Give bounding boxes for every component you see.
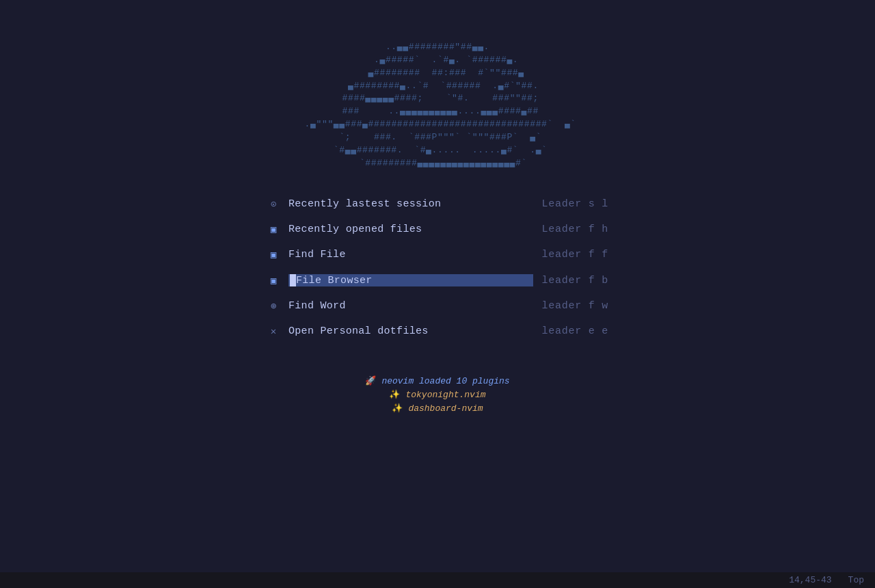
menu-keybind-recently-files: Leader f h	[541, 224, 608, 235]
menu-item-find-word[interactable]: ⊛ Find Word leader f w	[267, 293, 608, 319]
footer-section: 🚀 neovim loaded 10 plugins ✨ tokyonight.…	[365, 375, 509, 414]
word-icon: ⊛	[267, 300, 280, 312]
footer-theme-text: tokyonight.nvim	[405, 390, 485, 400]
menu-label-dotfiles: Open Personal dotfiles	[288, 325, 533, 337]
dot-icon: ✕	[267, 325, 280, 337]
menu-keybind-file-browser: leader f b	[541, 275, 608, 286]
menu-label-file-browser: File Browser	[288, 274, 533, 286]
folder-icon: ▣	[267, 275, 280, 286]
footer-theme-line: ✨ tokyonight.nvim	[389, 389, 485, 400]
menu-item-find-file[interactable]: ▣ Find File leader f f	[267, 242, 608, 267]
rocket-icon: 🚀	[365, 375, 376, 386]
footer-plugins-text: neovim loaded 10 plugins	[381, 376, 509, 386]
footer-dashboard-text: dashboard-nvim	[408, 403, 483, 414]
menu-keybind-dotfiles: leader e e	[541, 325, 608, 337]
menu-item-recently-session[interactable]: ⊙ Recently lastest session Leader s l	[267, 191, 608, 217]
file-icon-2: ▣	[267, 249, 280, 260]
clock-icon: ⊙	[267, 198, 280, 210]
menu-section: ⊙ Recently lastest session Leader s l ▣ …	[267, 191, 608, 344]
menu-keybind-find-file: leader f f	[541, 249, 608, 260]
menu-label-recently-files: Recently opened files	[288, 224, 533, 235]
footer-dashboard-line: ✨ dashboard-nvim	[392, 403, 483, 414]
menu-label-find-word: Find Word	[288, 300, 533, 312]
status-scroll: Top	[848, 575, 864, 585]
status-position: 14,45-43	[789, 575, 831, 585]
menu-label-find-file: Find File	[288, 249, 533, 260]
footer-plugins-line: 🚀 neovim loaded 10 plugins	[365, 375, 509, 386]
ascii-art-logo: ..▄▄########"##▄▄. .▄#####` .`#▄. `#####…	[299, 41, 576, 170]
menu-label-recently-session: Recently lastest session	[288, 198, 533, 210]
menu-keybind-recently-session: Leader s l	[541, 198, 608, 210]
cursor	[290, 274, 296, 286]
menu-item-file-browser[interactable]: ▣ File Browser leader f b	[267, 267, 608, 293]
menu-item-dotfiles[interactable]: ✕ Open Personal dotfiles leader e e	[267, 319, 608, 344]
sparkle-icon-2: ✨	[392, 403, 403, 414]
menu-item-recently-files[interactable]: ▣ Recently opened files Leader f h	[267, 217, 608, 242]
menu-keybind-find-word: leader f w	[541, 300, 608, 312]
main-content: ..▄▄########"##▄▄. .▄#####` .`#▄. `#####…	[0, 0, 875, 414]
sparkle-icon-1: ✨	[389, 389, 400, 400]
file-icon-1: ▣	[267, 224, 280, 235]
status-bar: 14,45-43 Top	[0, 572, 875, 588]
